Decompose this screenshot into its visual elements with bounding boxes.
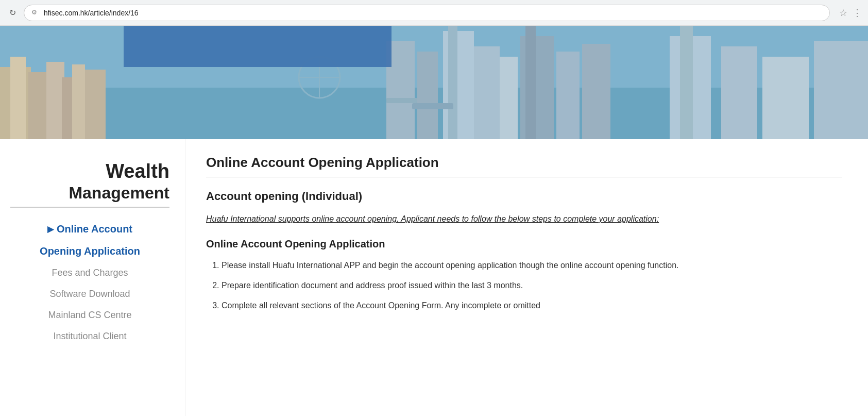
svg-rect-29 — [386, 98, 417, 103]
sidebar-item-mainland-cs[interactable]: Mainland CS Centre — [10, 305, 169, 326]
svg-rect-16 — [474, 46, 500, 139]
url-security-icon: ⚙ — [31, 9, 40, 17]
list-item: Please install Huafu International APP a… — [222, 258, 842, 272]
subsection-title: Online Account Opening Application — [206, 238, 842, 250]
bookmark-icon[interactable]: ☆ — [839, 7, 847, 19]
svg-rect-27 — [124, 26, 392, 67]
sidebar-divider — [10, 207, 169, 208]
list-item: Prepare identification document and addr… — [222, 278, 842, 292]
arrow-icon: ▶ — [47, 224, 54, 234]
sidebar-item-software-download[interactable]: Software Download — [10, 284, 169, 305]
svg-rect-7 — [72, 64, 85, 139]
svg-rect-23 — [680, 26, 693, 139]
section-title: Account opening (Individual) — [206, 190, 842, 203]
sidebar-institutional-label: Institutional Client — [53, 331, 126, 341]
reload-button[interactable]: ↻ — [6, 7, 19, 19]
intro-text[interactable]: Huafu International supports online acco… — [206, 212, 842, 226]
sidebar-item-institutional[interactable]: Institutional Client — [10, 326, 169, 347]
svg-rect-15 — [448, 26, 457, 139]
svg-rect-13 — [417, 52, 438, 139]
svg-rect-24 — [721, 46, 757, 139]
main-content: Wealth Management ▶ Online Account Openi… — [0, 139, 868, 416]
svg-rect-18 — [520, 36, 554, 139]
svg-rect-14 — [443, 31, 474, 139]
sidebar: Wealth Management ▶ Online Account Openi… — [0, 139, 185, 416]
page-title: Online Account Opening Application — [206, 155, 842, 171]
svg-rect-19 — [525, 26, 536, 139]
sidebar-online-account-label: Online Account — [57, 223, 132, 235]
content-title-divider — [206, 177, 842, 177]
svg-rect-17 — [500, 57, 518, 139]
svg-rect-25 — [762, 57, 809, 139]
hero-banner — [0, 26, 868, 139]
svg-rect-26 — [814, 41, 868, 139]
sidebar-item-online-account[interactable]: ▶ Online Account — [10, 218, 169, 240]
list-item: Complete all relevant sections of the Ac… — [222, 298, 842, 312]
browser-menu-icon[interactable]: ⋮ — [853, 7, 862, 19]
sidebar-mainland-cs-label: Mainland CS Centre — [48, 310, 131, 320]
content-area: Online Account Opening Application Accou… — [185, 139, 868, 416]
svg-rect-3 — [10, 57, 26, 139]
svg-rect-5 — [46, 62, 64, 139]
svg-rect-21 — [582, 44, 610, 139]
sidebar-item-fees-charges[interactable]: Fees and Charges — [10, 262, 169, 284]
sidebar-fees-charges-label: Fees and Charges — [52, 268, 128, 278]
sidebar-management-title: Management — [10, 184, 169, 203]
sidebar-software-download-label: Software Download — [49, 289, 130, 299]
svg-rect-28 — [412, 103, 453, 109]
sidebar-opening-application-label: Opening Application — [40, 245, 140, 257]
skyline-svg — [0, 26, 868, 139]
svg-rect-8 — [85, 70, 106, 139]
sidebar-wealth-title: Wealth — [10, 160, 169, 184]
sidebar-item-opening-application[interactable]: Opening Application — [10, 240, 169, 262]
url-bar[interactable]: ⚙ hfisec.com.hk/article/index/16 — [24, 5, 830, 21]
url-text: hfisec.com.hk/article/index/16 — [44, 9, 822, 17]
browser-toolbar: ↻ ⚙ hfisec.com.hk/article/index/16 ☆ ⋮ — [0, 0, 868, 26]
svg-rect-20 — [556, 52, 580, 139]
instructions-list: Please install Huafu International APP a… — [222, 258, 842, 313]
